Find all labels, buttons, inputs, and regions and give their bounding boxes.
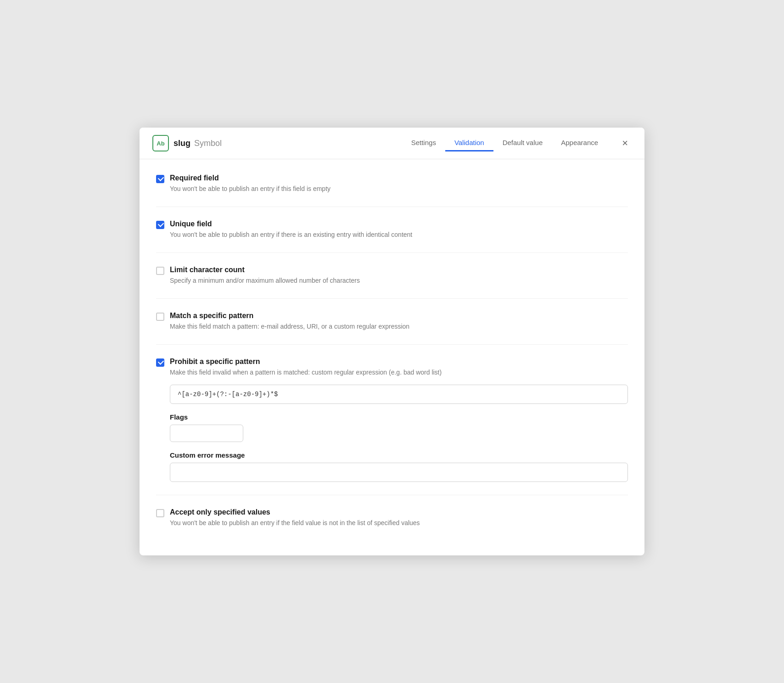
limit-character-count-description: Specify a minimum and/or maximum allowed…: [170, 276, 628, 286]
prohibit-pattern-checkbox-wrapper: [156, 358, 164, 367]
accept-specified-values-checkbox-wrapper: [156, 509, 164, 517]
modal-header: Ab slug Symbol Settings Validation Defau…: [140, 128, 644, 159]
required-field-title: Required field: [170, 174, 628, 182]
required-field-description: You won't be able to publish an entry if…: [170, 184, 628, 194]
validation-item-required-field: Required field You won't be able to publ…: [156, 174, 628, 207]
custom-error-label: Custom error message: [170, 451, 628, 459]
tab-settings[interactable]: Settings: [402, 135, 445, 151]
limit-character-count-content: Limit character count Specify a minimum …: [170, 266, 628, 286]
tab-default-value[interactable]: Default value: [493, 135, 552, 151]
prohibit-pattern-checkbox[interactable]: [156, 358, 164, 367]
accept-specified-values-description: You won't be able to publish an entry if…: [170, 518, 628, 528]
prohibit-pattern-description: Make this field invalid when a pattern i…: [170, 368, 628, 377]
field-type: Symbol: [194, 139, 222, 148]
tab-appearance[interactable]: Appearance: [552, 135, 607, 151]
modal-container: Ab slug Symbol Settings Validation Defau…: [140, 128, 644, 555]
limit-character-count-checkbox-wrapper: [156, 267, 164, 275]
match-pattern-title: Match a specific pattern: [170, 312, 628, 320]
required-field-content: Required field You won't be able to publ…: [170, 174, 628, 194]
match-pattern-description: Make this field match a pattern: e-mail …: [170, 322, 628, 331]
match-pattern-content: Match a specific pattern Make this field…: [170, 312, 628, 331]
validation-item-unique-field: Unique field You won't be able to publis…: [156, 220, 628, 253]
field-name: slug: [174, 139, 190, 148]
accept-specified-values-content: Accept only specified values You won't b…: [170, 508, 628, 528]
prohibit-pattern-title: Prohibit a specific pattern: [170, 358, 628, 366]
validation-item-limit-character-count: Limit character count Specify a minimum …: [156, 266, 628, 299]
unique-field-checkbox[interactable]: [156, 221, 164, 229]
close-button[interactable]: ×: [618, 136, 632, 150]
limit-character-count-title: Limit character count: [170, 266, 628, 274]
custom-error-section: Custom error message: [170, 451, 628, 482]
unique-field-checkbox-wrapper: [156, 221, 164, 229]
validation-item-accept-specified-values: Accept only specified values You won't b…: [156, 508, 628, 541]
unique-field-title: Unique field: [170, 220, 628, 228]
validation-item-prohibit-pattern: Prohibit a specific pattern Make this fi…: [156, 358, 628, 495]
unique-field-description: You won't be able to publish an entry if…: [170, 230, 628, 240]
custom-error-input[interactable]: [170, 463, 628, 482]
match-pattern-checkbox-wrapper: [156, 313, 164, 321]
flags-section: Flags: [170, 413, 628, 442]
field-icon-label: Ab: [157, 140, 164, 147]
tab-nav: Settings Validation Default value Appear…: [402, 135, 607, 151]
flags-label: Flags: [170, 413, 628, 421]
limit-character-count-checkbox[interactable]: [156, 267, 164, 275]
field-type-icon: Ab: [152, 135, 169, 151]
required-field-checkbox-wrapper: [156, 175, 164, 183]
tab-validation[interactable]: Validation: [445, 135, 493, 151]
prohibit-pattern-input[interactable]: ^[a-z0-9]+(?:-[a-z0-9]+)*$: [170, 385, 628, 404]
accept-specified-values-checkbox[interactable]: [156, 509, 164, 517]
prohibit-pattern-content: Prohibit a specific pattern Make this fi…: [170, 358, 628, 482]
flags-input[interactable]: [170, 425, 243, 442]
validation-item-match-pattern: Match a specific pattern Make this field…: [156, 312, 628, 345]
required-field-checkbox[interactable]: [156, 175, 164, 183]
unique-field-content: Unique field You won't be able to publis…: [170, 220, 628, 240]
match-pattern-checkbox[interactable]: [156, 313, 164, 321]
modal-body: Required field You won't be able to publ…: [140, 159, 644, 555]
accept-specified-values-title: Accept only specified values: [170, 508, 628, 516]
